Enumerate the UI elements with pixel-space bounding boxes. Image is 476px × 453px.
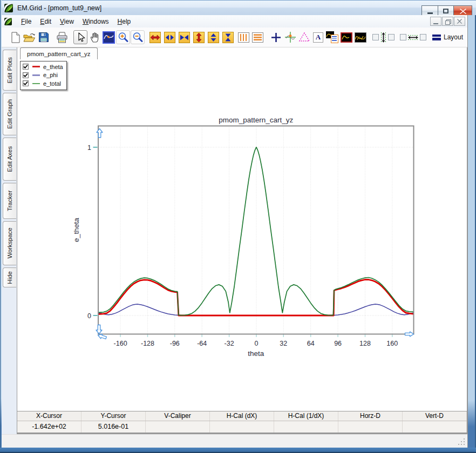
legend-label: e_theta [43,64,63,70]
caliper-triangle-icon [298,32,310,43]
expand-vertical-icon [194,32,204,43]
sidebar-tab-label: Hide [6,271,13,284]
arrows-out-vertical-button[interactable] [208,32,219,43]
expand-horizontal-button[interactable] [149,32,161,43]
mdi-minimize-button[interactable] [430,17,441,26]
table-value-cell [274,421,338,433]
link-horizontal-left-checkbox[interactable] [400,34,406,40]
layout-button[interactable]: Layout [432,33,463,41]
table-header-cell: Vert-D [403,411,467,421]
plot-with-legend-button[interactable] [325,30,339,44]
window-border-bottom [0,448,476,453]
link-horizontal-right-checkbox[interactable] [420,34,426,40]
close-icon [460,9,466,14]
new-document-button[interactable] [9,30,22,44]
caliper-triangle-button[interactable] [297,30,311,44]
arrows-out-horizontal-button[interactable] [164,32,175,43]
table-value-cell [338,421,403,433]
mdi-close-button[interactable] [454,17,465,26]
sidebar-tab-label: Workspace [6,228,13,258]
expand-vertical-dashed-icon [380,32,387,43]
pan-hand-icon [89,31,101,43]
sidebar-tab-edit-plots[interactable]: Edit Plots [3,50,16,91]
document-window: pmom_pattern_cart_yz e_theta e_phi e_tot… [17,47,467,434]
sidebar-tab-hide[interactable]: Hide [3,267,16,287]
mdi-restore-icon [445,19,450,24]
axis-handle-right [405,332,414,337]
open-file-icon [23,32,36,43]
sidebar-tab-label: Edit Plots [6,57,13,84]
pan-hand-button[interactable] [88,30,101,44]
resize-grip[interactable] [458,438,466,446]
chart[interactable]: -160-128-96-64-32032649612816001pmom_pat… [17,59,467,414]
zoom-in-button[interactable] [116,30,130,44]
table-header-cell: Y-Cursor [81,411,146,421]
link-vertical-left-checkbox[interactable] [372,34,379,40]
legend-line-swatch [32,66,40,67]
zoom-out-button[interactable] [131,30,145,44]
table-header-cell: H-Cal (dX) [210,411,274,421]
svg-text:-32: -32 [225,340,234,347]
plot-focus-button[interactable] [339,30,353,44]
column-view-button[interactable] [237,30,250,44]
legend-checkbox[interactable] [23,72,29,78]
mdi-restore-button[interactable] [442,17,453,26]
open-file-button[interactable] [23,30,36,44]
plot-area[interactable]: e_theta e_phi e_total -160-128-96-64-320… [17,59,467,414]
arrows-in-vertical-button[interactable] [222,32,234,43]
window-title: EM.Grid - [pmom_tut9_new] [17,4,101,12]
legend-item[interactable]: e_phi [23,71,63,80]
svg-text:160: 160 [386,340,398,347]
tracker-crosshair-button[interactable] [283,30,297,44]
series-e_theta [98,280,413,316]
menu-view[interactable]: View [56,16,78,27]
table-header-cell: X-Cursor [17,411,81,421]
text-annotation-button[interactable]: A [311,30,325,44]
row-view-button[interactable] [251,30,264,44]
svg-text:-64: -64 [197,340,207,347]
save-icon [38,32,49,43]
svg-text:32: 32 [280,340,287,347]
sidebar-tab-edit-graph[interactable]: Edit Graph [3,93,16,135]
svg-text:96: 96 [334,340,342,347]
arrows-in-horizontal-button[interactable] [179,32,190,43]
expand-horizontal-dashed-icon [407,34,419,41]
column-view-icon [238,32,249,43]
legend-checkbox[interactable] [23,80,29,86]
tab-bar: pmom_pattern_cart_yz [17,47,467,59]
legend-item[interactable]: e_theta [23,63,63,71]
sidebar-tab-workspace[interactable]: Workspace [3,221,16,265]
legend-checkbox[interactable] [23,64,29,70]
sidebar-tab-tracker[interactable]: Tracker [3,183,16,219]
menu-file[interactable]: File [17,16,36,27]
menu-edit[interactable]: Edit [36,16,56,27]
print-button[interactable] [55,30,69,44]
window-border-left [0,0,2,453]
cursor-readout-table: X-CursorY-CursorV-CaliperH-Cal (dX)H-Cal… [17,411,467,433]
document-tab[interactable]: pmom_pattern_cart_yz [20,47,98,59]
legend-item[interactable]: e_total [23,79,63,88]
plot-multi-button[interactable] [353,30,367,44]
fit-view-button[interactable] [102,30,115,44]
window-border-right [467,15,476,453]
x-axis-label: theta [248,349,264,358]
expand-vertical-button[interactable] [193,32,205,43]
legend-label: e_total [43,80,61,87]
table-header-cell: V-Caliper [146,411,210,421]
menu-windows[interactable]: Windows [78,16,113,27]
svg-text:1: 1 [87,144,91,152]
menubar: FileEditViewWindowsHelp [2,15,467,28]
svg-text:-96: -96 [170,340,180,347]
plot-focus-icon [341,32,352,43]
sidebar-tab-edit-axes[interactable]: Edit Axes [3,138,16,181]
document-icon [4,18,12,25]
save-button[interactable] [37,30,50,44]
table-value-cell [403,421,467,433]
menu-help[interactable]: Help [113,16,135,27]
svg-text:0: 0 [87,312,91,320]
plot-multi-icon [355,32,366,43]
link-vertical-right-checkbox[interactable] [388,34,395,40]
select-cursor-button[interactable] [73,30,87,44]
add-cross-button[interactable] [269,30,283,44]
table-value-cell [210,421,274,433]
